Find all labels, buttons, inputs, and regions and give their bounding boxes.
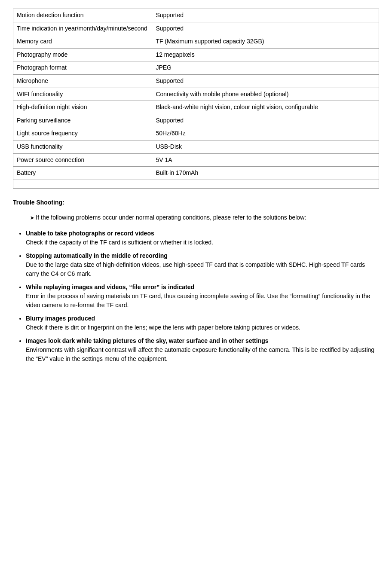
table-cell-label — [13, 180, 152, 188]
list-item-body: Check if there is dirt or fingerprint on… — [26, 323, 379, 332]
list-item-body: Due to the large data size of high-defin… — [26, 260, 379, 278]
table-cell-label: Parking surveillance — [13, 114, 152, 127]
table-row: BatteryBuilt-in 170mAh — [13, 167, 379, 180]
table-row: Memory cardTF (Maximum supported capacit… — [13, 35, 379, 49]
table-cell-label: USB functionality — [13, 140, 152, 153]
bullet-list: Unable to take photographs or record vid… — [26, 229, 379, 363]
list-item: Blurry images producedCheck if there is … — [26, 314, 379, 332]
table-cell-label: Power source connection — [13, 153, 152, 167]
list-item-title: Unable to take photographs or record vid… — [26, 230, 154, 237]
table-row: WIFI functionalityConnectivity with mobi… — [13, 88, 379, 101]
list-item-body: Check if the capacity of the TF card is … — [26, 238, 379, 247]
table-row: USB functionalityUSB-Disk — [13, 140, 379, 153]
table-row: MicrophoneSupported — [13, 74, 379, 88]
list-item-body: Error in the process of saving materials… — [26, 292, 379, 310]
table-cell-label: WIFI functionality — [13, 88, 152, 101]
table-cell-label: High-definition night vision — [13, 101, 152, 114]
table-cell-label: Battery — [13, 167, 152, 180]
table-cell-value: USB-Disk — [152, 140, 379, 153]
table-row: Motion detection functionSupported — [13, 9, 379, 22]
trouble-heading: Trouble Shooting: — [13, 199, 379, 206]
list-item-title: Images look dark while taking pictures o… — [26, 337, 269, 344]
table-cell-label: Motion detection function — [13, 9, 152, 22]
table-cell-value: 12 megapixels — [152, 48, 379, 61]
table-cell-label: Time indication in year/month/day/minute… — [13, 22, 152, 35]
table-row: High-definition night visionBlack-and-wh… — [13, 101, 379, 114]
list-item-title: While replaying images and videos, “file… — [26, 284, 194, 290]
table-row: Parking surveillanceSupported — [13, 114, 379, 127]
table-cell-label: Light source frequency — [13, 127, 152, 140]
table-cell-value: Black-and-white night vision, colour nig… — [152, 101, 379, 114]
list-item: Unable to take photographs or record vid… — [26, 229, 379, 247]
intro-item: If the following problems occur under no… — [26, 213, 379, 222]
table-cell-value: Supported — [152, 9, 379, 22]
table-cell-value: 50Hz/60Hz — [152, 127, 379, 140]
table-cell-label: Memory card — [13, 35, 152, 49]
list-item: Stopping automatically in the middle of … — [26, 251, 379, 278]
table-cell-value: Supported — [152, 22, 379, 35]
table-row: Light source frequency50Hz/60Hz — [13, 127, 379, 140]
intro-list: If the following problems occur under no… — [26, 213, 379, 222]
table-cell-value: JPEG — [152, 61, 379, 75]
table-cell-value: Built-in 170mAh — [152, 167, 379, 180]
list-item-title: Stopping automatically in the middle of … — [26, 252, 168, 259]
table-row: Photography mode12 megapixels — [13, 48, 379, 61]
table-cell-value: TF (Maximum supported capacity 32GB) — [152, 35, 379, 49]
table-row: Time indication in year/month/day/minute… — [13, 22, 379, 35]
list-item: Images look dark while taking pictures o… — [26, 336, 379, 363]
table-row — [13, 180, 379, 188]
list-item-title: Blurry images produced — [26, 315, 95, 322]
table-cell-value: Connectivity with mobile phone enabled (… — [152, 88, 379, 101]
table-cell-label: Photography mode — [13, 48, 152, 61]
table-row: Photograph formatJPEG — [13, 61, 379, 75]
table-cell-value: Supported — [152, 114, 379, 127]
table-cell-label: Photograph format — [13, 61, 152, 75]
table-cell-value — [152, 180, 379, 188]
spec-table: Motion detection functionSupportedTime i… — [13, 9, 379, 189]
table-cell-value: Supported — [152, 74, 379, 88]
table-cell-label: Microphone — [13, 74, 152, 88]
list-item-body: Environments with significant contrast w… — [26, 345, 379, 363]
list-item: While replaying images and videos, “file… — [26, 283, 379, 310]
table-cell-value: 5V 1A — [152, 153, 379, 167]
table-row: Power source connection5V 1A — [13, 153, 379, 167]
